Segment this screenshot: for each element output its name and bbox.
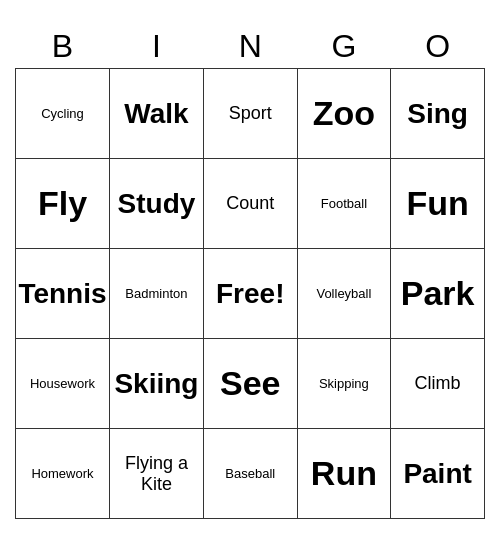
bingo-row: HomeworkFlying a KiteBaseballRunPaint	[16, 429, 485, 519]
bingo-row: CyclingWalkSportZooSing	[16, 69, 485, 159]
bingo-cell: Flying a Kite	[109, 429, 203, 519]
header-row: BINGO	[16, 25, 485, 69]
bingo-row: TennisBadmintonFree!VolleyballPark	[16, 249, 485, 339]
header-letter: G	[297, 25, 391, 69]
bingo-cell: Homework	[16, 429, 110, 519]
bingo-card: BINGO CyclingWalkSportZooSingFlyStudyCou…	[15, 25, 485, 520]
bingo-cell: Walk	[109, 69, 203, 159]
bingo-cell: Badminton	[109, 249, 203, 339]
bingo-cell: See	[203, 339, 297, 429]
header-letter: N	[203, 25, 297, 69]
bingo-cell: Sport	[203, 69, 297, 159]
bingo-cell: Park	[391, 249, 485, 339]
header-letter: O	[391, 25, 485, 69]
bingo-cell: Sing	[391, 69, 485, 159]
bingo-cell: Volleyball	[297, 249, 391, 339]
bingo-cell: Paint	[391, 429, 485, 519]
bingo-cell: Baseball	[203, 429, 297, 519]
bingo-cell: Climb	[391, 339, 485, 429]
bingo-row: HouseworkSkiingSeeSkippingClimb	[16, 339, 485, 429]
bingo-cell: Skiing	[109, 339, 203, 429]
bingo-cell: Fun	[391, 159, 485, 249]
bingo-cell: Zoo	[297, 69, 391, 159]
bingo-cell: Housework	[16, 339, 110, 429]
bingo-cell: Football	[297, 159, 391, 249]
bingo-cell: Skipping	[297, 339, 391, 429]
bingo-row: FlyStudyCountFootballFun	[16, 159, 485, 249]
bingo-cell: Count	[203, 159, 297, 249]
bingo-cell: Free!	[203, 249, 297, 339]
bingo-cell: Cycling	[16, 69, 110, 159]
bingo-cell: Fly	[16, 159, 110, 249]
bingo-body: CyclingWalkSportZooSingFlyStudyCountFoot…	[16, 69, 485, 519]
header-letter: B	[16, 25, 110, 69]
bingo-cell: Run	[297, 429, 391, 519]
header-letter: I	[109, 25, 203, 69]
bingo-cell: Study	[109, 159, 203, 249]
bingo-cell: Tennis	[16, 249, 110, 339]
